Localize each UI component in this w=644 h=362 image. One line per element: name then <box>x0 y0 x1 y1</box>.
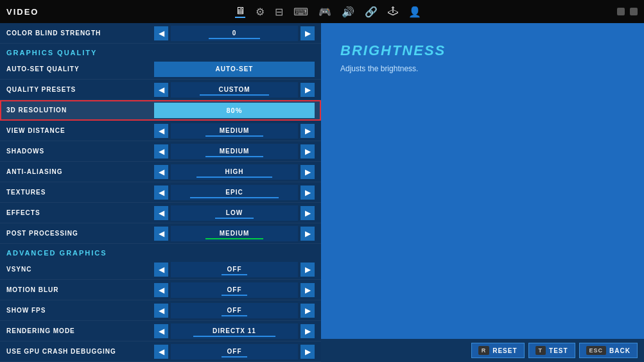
right-panel: BRIGHTNESS Adjusts the brightness. <box>321 23 644 362</box>
bottom-bar: R RESET T TEST ESC BACK <box>321 339 644 362</box>
vsync-control: ◀ OFF ▶ <box>154 262 315 277</box>
setting-row-auto-set-quality: AUTO-SET QUALITY AUTO-SET <box>0 59 321 80</box>
setting-row-rendering-mode: RENDERING MODE ◀ DIRECTX 11 ▶ <box>0 321 321 341</box>
setting-row-show-fps: SHOW FPS ◀ OFF ▶ <box>0 300 321 321</box>
gpu-crash-debugging-left-arrow[interactable]: ◀ <box>154 345 168 359</box>
effects-value-bar: LOW <box>171 205 298 221</box>
show-fps-value-bar: OFF <box>171 303 298 318</box>
gpu-crash-debugging-right-arrow[interactable]: ▶ <box>300 345 315 359</box>
view-distance-right-arrow[interactable]: ▶ <box>300 124 315 138</box>
test-key-badge: T <box>535 346 546 355</box>
rendering-mode-value-bar: DIRECTX 11 <box>171 323 298 339</box>
auto-set-quality-btn[interactable]: AUTO-SET <box>154 62 315 77</box>
rendering-mode-label: RENDERING MODE <box>6 327 154 334</box>
controller-tab-icon[interactable]: 🎮 <box>318 6 331 18</box>
minimize-btn[interactable] <box>617 8 625 15</box>
post-processing-value: MEDIUM <box>220 230 250 237</box>
textures-value-bar: EPIC <box>171 185 298 200</box>
color-blind-strength-value-bar: 0 <box>171 26 298 41</box>
post-processing-label: POST PROCESSING <box>6 230 154 237</box>
reset-key-badge: R <box>478 346 490 355</box>
motion-blur-right-arrow[interactable]: ▶ <box>300 283 315 297</box>
show-fps-left-arrow[interactable]: ◀ <box>154 304 168 318</box>
profile-tab-icon[interactable]: 👤 <box>408 6 421 18</box>
quality-presets-left-arrow[interactable]: ◀ <box>154 83 168 97</box>
textures-right-arrow[interactable]: ▶ <box>300 185 315 200</box>
3d-resolution-label: 3D RESOLUTION <box>6 107 154 114</box>
video-tab-icon[interactable]: 🖥 <box>235 5 245 18</box>
post-processing-left-arrow[interactable]: ◀ <box>154 227 168 241</box>
shadows-left-arrow[interactable]: ◀ <box>154 144 168 159</box>
reset-button[interactable]: R RESET <box>471 343 525 358</box>
view-distance-value: MEDIUM <box>220 127 250 134</box>
setting-row-effects: EFFECTS ◀ LOW ▶ <box>0 203 321 223</box>
gpu-crash-debugging-label: USE GPU CRASH DEBUGGING <box>6 348 154 355</box>
quality-presets-right-arrow[interactable]: ▶ <box>300 83 315 97</box>
settings-tab-icon[interactable]: ⚙ <box>256 6 265 18</box>
gpu-crash-debugging-control: ◀ OFF ▶ <box>154 344 315 359</box>
vsync-left-arrow[interactable]: ◀ <box>154 263 168 277</box>
anti-aliasing-left-arrow[interactable]: ◀ <box>154 165 168 179</box>
vsync-right-arrow[interactable]: ▶ <box>300 263 315 277</box>
auto-set-quality-control: AUTO-SET <box>154 62 315 77</box>
back-button[interactable]: ESC BACK <box>579 343 638 358</box>
show-fps-label: SHOW FPS <box>6 307 154 314</box>
reset-label: RESET <box>492 347 517 354</box>
view-distance-control: ◀ MEDIUM ▶ <box>154 123 315 139</box>
view-distance-left-arrow[interactable]: ◀ <box>154 124 168 138</box>
window-controls <box>617 8 638 15</box>
effects-control: ◀ LOW ▶ <box>154 205 315 221</box>
gpu-crash-debugging-value: OFF <box>227 348 242 355</box>
anti-aliasing-value-bar: HIGH <box>171 164 298 180</box>
effects-label: EFFECTS <box>6 209 154 216</box>
anti-aliasing-label: ANTI-ALIASING <box>6 168 154 175</box>
rendering-mode-left-arrow[interactable]: ◀ <box>154 324 168 338</box>
gpu-crash-debugging-value-bar: OFF <box>171 344 298 359</box>
test-label: TEST <box>549 347 568 354</box>
post-processing-right-arrow[interactable]: ▶ <box>300 227 315 241</box>
show-fps-right-arrow[interactable]: ▶ <box>300 304 315 318</box>
rendering-mode-value: DIRECTX 11 <box>213 327 256 334</box>
show-fps-control: ◀ OFF ▶ <box>154 303 315 318</box>
textures-left-arrow[interactable]: ◀ <box>154 185 168 200</box>
anti-aliasing-right-arrow[interactable]: ▶ <box>300 165 315 179</box>
quality-presets-value-bar: CUSTOM <box>171 82 298 98</box>
textures-control: ◀ EPIC ▶ <box>154 185 315 200</box>
keyboard-tab-icon[interactable]: ⌨ <box>293 6 308 18</box>
effects-value: LOW <box>226 209 243 216</box>
motion-blur-value-bar: OFF <box>171 282 298 298</box>
graphics-quality-header: GRAPHICS QUALITY <box>0 44 321 59</box>
gamepad-tab-icon[interactable]: 🕹 <box>388 6 398 17</box>
setting-row-quality-presets: QUALITY PRESETS ◀ CUSTOM ▶ <box>0 80 321 100</box>
effects-left-arrow[interactable]: ◀ <box>154 206 168 220</box>
shadows-right-arrow[interactable]: ▶ <box>300 144 315 159</box>
motion-blur-label: MOTION BLUR <box>6 286 154 293</box>
anti-aliasing-control: ◀ HIGH ▶ <box>154 164 315 180</box>
back-label: BACK <box>609 347 631 354</box>
advanced-graphics-header: ADVANCED GRAPHICS <box>0 244 321 259</box>
close-btn[interactable] <box>630 8 638 15</box>
shadows-control: ◀ MEDIUM ▶ <box>154 144 315 159</box>
color-blind-strength-left-arrow[interactable]: ◀ <box>154 26 168 40</box>
motion-blur-left-arrow[interactable]: ◀ <box>154 283 168 297</box>
color-blind-strength-right-arrow[interactable]: ▶ <box>300 26 315 40</box>
post-processing-control: ◀ MEDIUM ▶ <box>154 226 315 241</box>
post-processing-value-bar: MEDIUM <box>171 226 298 241</box>
rendering-mode-right-arrow[interactable]: ▶ <box>300 324 315 338</box>
effects-right-arrow[interactable]: ▶ <box>300 206 315 220</box>
setting-row-vsync: VSYNC ◀ OFF ▶ <box>0 259 321 280</box>
network-tab-icon[interactable]: 🔗 <box>365 6 378 18</box>
audio-tab-icon[interactable]: 🔊 <box>342 6 354 18</box>
back-key-badge: ESC <box>586 346 607 355</box>
3d-resolution-bar[interactable]: 80% <box>154 103 315 118</box>
vsync-value-bar: OFF <box>171 262 298 277</box>
left-panel: COLOR BLIND STRENGTH ◀ 0 ▶ GRAPHICS QUAL… <box>0 23 321 362</box>
subtitles-tab-icon[interactable]: ⊟ <box>275 6 283 18</box>
color-blind-strength-label: COLOR BLIND STRENGTH <box>6 30 154 37</box>
shadows-value: MEDIUM <box>220 148 250 155</box>
auto-set-quality-label: AUTO-SET QUALITY <box>6 65 154 73</box>
test-button[interactable]: T TEST <box>528 343 575 358</box>
anti-aliasing-value: HIGH <box>225 168 244 175</box>
vsync-label: VSYNC <box>6 266 154 273</box>
setting-row-textures: TEXTURES ◀ EPIC ▶ <box>0 182 321 203</box>
